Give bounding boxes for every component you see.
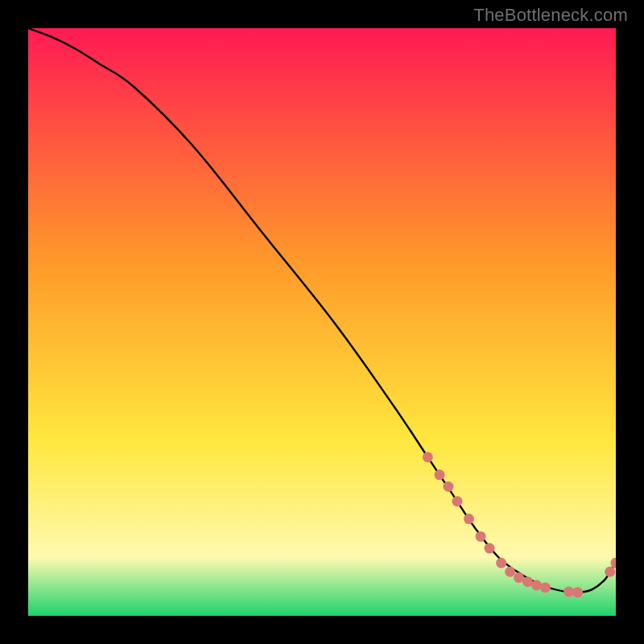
highlight-dot	[540, 582, 551, 592]
watermark-text: TheBottleneck.com	[473, 5, 628, 26]
highlight-dot	[435, 469, 445, 480]
highlight-dot	[572, 587, 583, 597]
highlight-dot	[443, 481, 453, 492]
highlight-dot	[423, 452, 433, 462]
chart-stage: TheBottleneck.com	[0, 0, 644, 644]
highlight-dot	[476, 531, 486, 542]
highlight-dot	[496, 558, 506, 568]
highlight-dot	[605, 567, 615, 577]
highlight-dot	[485, 543, 495, 554]
gradient-background	[28, 28, 616, 616]
plot-area	[28, 28, 616, 616]
highlight-dot	[531, 580, 542, 591]
highlight-dot	[505, 567, 515, 577]
highlight-dot	[464, 514, 474, 524]
highlight-dot	[452, 496, 462, 506]
plot-svg	[28, 28, 616, 616]
